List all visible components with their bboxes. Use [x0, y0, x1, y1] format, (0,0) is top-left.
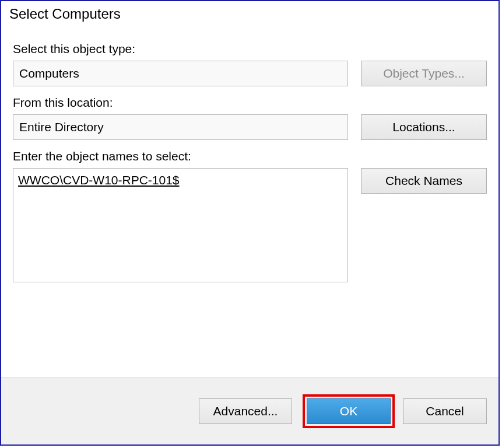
- cancel-button[interactable]: Cancel: [403, 398, 487, 424]
- location-label: From this location:: [13, 96, 487, 110]
- advanced-button[interactable]: Advanced...: [199, 398, 292, 424]
- location-row: Entire Directory Locations...: [13, 114, 487, 140]
- location-field: Entire Directory: [13, 114, 348, 140]
- names-row: WWCO\CVD-W10-RPC-101$ Check Names: [13, 168, 487, 282]
- ok-highlight-box: OK: [303, 394, 395, 428]
- names-label: Enter the object names to select:: [13, 149, 487, 163]
- object-type-row: Computers Object Types...: [13, 61, 487, 86]
- resolved-object-name: WWCO\CVD-W10-RPC-101$: [18, 173, 180, 187]
- object-type-field: Computers: [13, 61, 348, 86]
- dialog-title: Select Computers: [1, 1, 499, 26]
- ok-button[interactable]: OK: [307, 398, 391, 424]
- dialog-body: Select this object type: Computers Objec…: [1, 26, 499, 377]
- dialog-footer: Advanced... OK Cancel: [1, 377, 499, 444]
- select-computers-dialog: Select Computers Select this object type…: [0, 0, 500, 446]
- locations-button[interactable]: Locations...: [361, 114, 487, 140]
- object-names-input[interactable]: WWCO\CVD-W10-RPC-101$: [13, 168, 348, 282]
- object-type-label: Select this object type:: [13, 42, 487, 56]
- object-types-button[interactable]: Object Types...: [361, 61, 487, 86]
- body-spacer: [13, 287, 487, 372]
- check-names-button[interactable]: Check Names: [361, 168, 487, 194]
